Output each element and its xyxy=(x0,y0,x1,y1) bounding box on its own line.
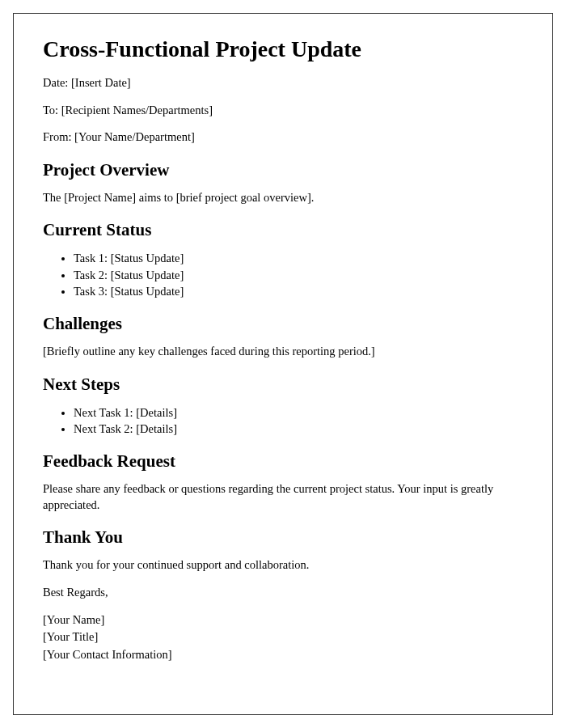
meta-to: To: [Recipient Names/Departments] xyxy=(43,103,523,119)
signature-title: [Your Title] xyxy=(43,629,523,645)
closing-line: Best Regards, xyxy=(43,585,523,601)
list-item: Next Task 1: [Details] xyxy=(74,404,523,421)
signature-contact: [Your Contact Information] xyxy=(43,647,523,663)
heading-thank-you: Thank You xyxy=(43,527,523,548)
list-item: Next Task 2: [Details] xyxy=(74,421,523,437)
document-title: Cross-Functional Project Update xyxy=(43,36,523,62)
signature-name: [Your Name] xyxy=(43,612,523,629)
document-page: Cross-Functional Project Update Date: [I… xyxy=(13,13,553,715)
challenges-body: [Briefly outline any key challenges face… xyxy=(43,344,523,360)
heading-current-status: Current Status xyxy=(43,220,523,240)
thankyou-body: Thank you for your continued support and… xyxy=(43,557,523,574)
heading-challenges: Challenges xyxy=(43,314,523,334)
list-item: Task 1: [Status Update] xyxy=(74,250,523,266)
status-list: Task 1: [Status Update] Task 2: [Status … xyxy=(74,250,523,299)
next-steps-list: Next Task 1: [Details] Next Task 2: [Det… xyxy=(74,404,523,438)
meta-from: From: [Your Name/Department] xyxy=(43,129,523,146)
heading-next-steps: Next Steps xyxy=(43,375,523,395)
meta-date: Date: [Insert Date] xyxy=(43,75,523,91)
overview-body: The [Project Name] aims to [brief projec… xyxy=(43,190,523,206)
heading-feedback-request: Feedback Request xyxy=(43,451,523,472)
heading-project-overview: Project Overview xyxy=(43,160,523,180)
list-item: Task 2: [Status Update] xyxy=(74,267,523,283)
feedback-body: Please share any feedback or questions r… xyxy=(43,481,523,513)
list-item: Task 3: [Status Update] xyxy=(74,283,523,299)
